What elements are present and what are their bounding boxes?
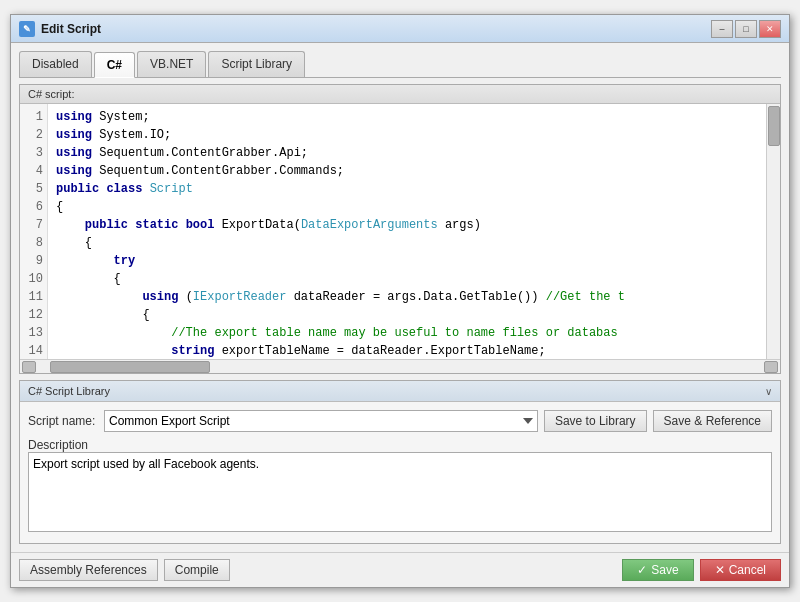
main-content: Disabled C# VB.NET Script Library C# scr… [11, 43, 789, 552]
tab-script-library[interactable]: Script Library [208, 51, 305, 77]
library-body: Script name: Common Export Script Save t… [20, 402, 780, 543]
title-buttons: – □ ✕ [711, 20, 781, 38]
save-label: Save [651, 563, 678, 577]
assembly-references-button[interactable]: Assembly References [19, 559, 158, 581]
save-library-button[interactable]: Save to Library [544, 410, 647, 432]
code-area: 1234 5678 9101112 1314 using System; usi… [20, 104, 780, 359]
x-icon: ✕ [715, 563, 725, 577]
checkmark-icon: ✓ [637, 563, 647, 577]
title-bar: ✎ Edit Script – □ ✕ [11, 15, 789, 43]
line-numbers: 1234 5678 9101112 1314 [20, 104, 48, 359]
code-scrollbar[interactable] [766, 104, 780, 359]
save-reference-button[interactable]: Save & Reference [653, 410, 772, 432]
bottom-bar: Assembly References Compile ✓ Save ✕ Can… [11, 552, 789, 587]
window-icon: ✎ [19, 21, 35, 37]
tab-bar: Disabled C# VB.NET Script Library [19, 51, 781, 78]
hscroll-thumb [50, 361, 210, 373]
bottom-left: Assembly References Compile [19, 559, 230, 581]
script-name-label: Script name: [28, 414, 98, 428]
code-content[interactable]: using System; using System.IO; using Seq… [48, 104, 766, 359]
hscroll-left-arrow[interactable] [22, 361, 36, 373]
description-section: Description [28, 438, 772, 535]
hscroll-right-arrow[interactable] [764, 361, 778, 373]
description-textarea[interactable] [28, 452, 772, 532]
window-title: Edit Script [41, 22, 101, 36]
tab-csharp[interactable]: C# [94, 52, 135, 78]
description-label: Description [28, 438, 772, 452]
cancel-button[interactable]: ✕ Cancel [700, 559, 781, 581]
tab-disabled[interactable]: Disabled [19, 51, 92, 77]
scrollbar-thumb [768, 106, 780, 146]
collapse-button[interactable]: ∨ [765, 386, 772, 397]
bottom-right: ✓ Save ✕ Cancel [622, 559, 781, 581]
script-name-row: Script name: Common Export Script Save t… [28, 410, 772, 432]
horizontal-scrollbar[interactable] [20, 359, 780, 373]
library-header: C# Script Library ∨ [20, 381, 780, 402]
library-title: C# Script Library [28, 385, 110, 397]
main-window: ✎ Edit Script – □ ✕ Disabled C# VB.NET S… [10, 14, 790, 588]
save-button[interactable]: ✓ Save [622, 559, 693, 581]
minimize-button[interactable]: – [711, 20, 733, 38]
title-bar-left: ✎ Edit Script [19, 21, 101, 37]
close-button[interactable]: ✕ [759, 20, 781, 38]
tab-vbnet[interactable]: VB.NET [137, 51, 206, 77]
compile-button[interactable]: Compile [164, 559, 230, 581]
library-panel: C# Script Library ∨ Script name: Common … [19, 380, 781, 544]
cancel-label: Cancel [729, 563, 766, 577]
code-label: C# script: [20, 85, 780, 104]
script-name-select[interactable]: Common Export Script [104, 410, 538, 432]
code-panel: C# script: 1234 5678 9101112 1314 using … [19, 84, 781, 374]
maximize-button[interactable]: □ [735, 20, 757, 38]
